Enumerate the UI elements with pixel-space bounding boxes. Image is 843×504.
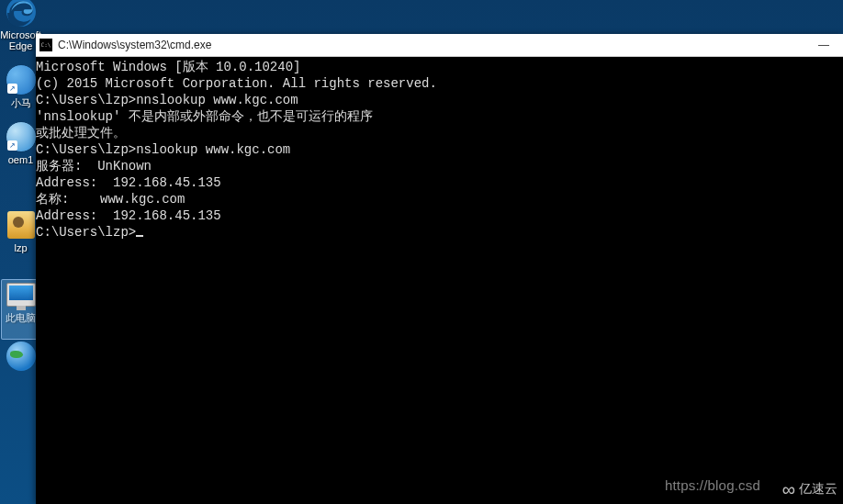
watermark-url: https://blog.csd — [665, 477, 760, 493]
user-folder-icon — [7, 211, 35, 239]
infinity-icon: ∞ — [782, 480, 795, 498]
this-pc-icon — [6, 283, 36, 307]
cmd-window-icon — [39, 39, 52, 51]
terminal-line: Microsoft Windows [版本 10.0.10240] — [36, 59, 843, 75]
shortcut-badge-icon: ↗ — [7, 140, 17, 151]
terminal-line: C:\Users\lzp>nslookup www.kgc.com — [36, 141, 843, 158]
window-titlebar[interactable]: C:\Windows\system32\cmd.exe — — [36, 34, 843, 57]
globe-icon — [6, 342, 36, 371]
terminal-cursor — [136, 235, 143, 237]
window-title: C:\Windows\system32\cmd.exe — [58, 39, 211, 51]
cmd-window: C:\Windows\system32\cmd.exe — Microsoft … — [36, 34, 843, 504]
terminal-line: 名称: www.kgc.com — [36, 191, 843, 207]
shortcut-badge-icon: ↗ — [7, 84, 17, 94]
terminal-line: Address: 192.168.45.135 — [36, 207, 843, 224]
terminal-line: 服务器: UnKnown — [36, 158, 843, 174]
terminal-line: C:\Users\lzp>nnslookup www.kgc.com — [36, 92, 843, 108]
terminal-output[interactable]: Microsoft Windows [版本 10.0.10240](c) 201… — [36, 57, 843, 504]
terminal-line: 或批处理文件。 — [36, 125, 843, 141]
desktop: Microsoft Edge ↗ 小马 ↗ oem1 lzp — [0, 0, 843, 504]
terminal-line: C:\Users\lzp> — [36, 224, 843, 241]
terminal-line: (c) 2015 Microsoft Corporation. All righ… — [36, 75, 843, 92]
watermark-brand-text: 亿速云 — [799, 481, 837, 498]
watermark-brand: ∞ 亿速云 — [782, 480, 837, 498]
minimize-button[interactable]: — — [808, 34, 839, 56]
edge-icon — [6, 0, 37, 28]
terminal-line: 'nnslookup' 不是内部或外部命令，也不是可运行的程序 — [36, 108, 843, 125]
minimize-icon: — — [818, 39, 829, 51]
terminal-line: Address: 192.168.45.135 — [36, 174, 843, 191]
